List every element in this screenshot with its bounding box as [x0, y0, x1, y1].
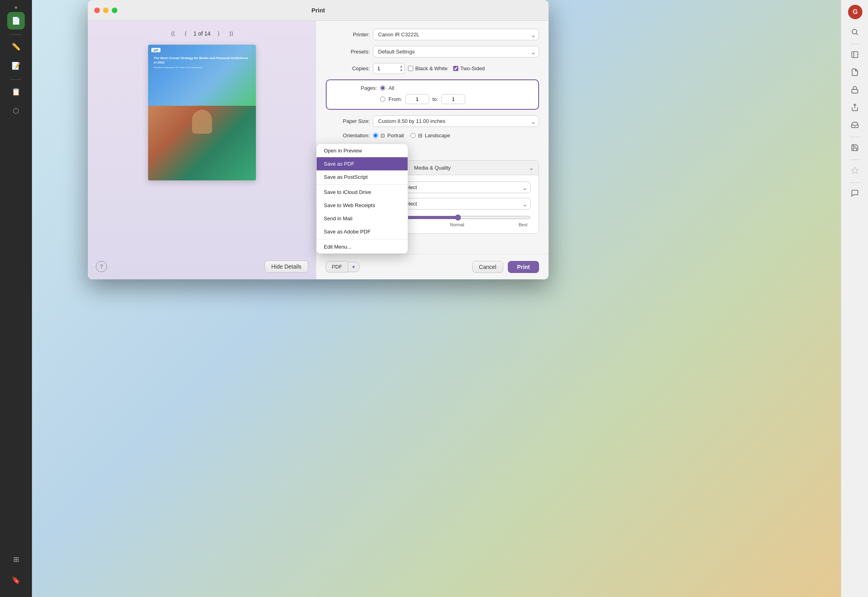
ocr-btn[interactable]	[847, 47, 863, 63]
first-page-button[interactable]: ⟨⟨	[168, 29, 177, 38]
sidebar-divider-1	[10, 34, 22, 35]
sidebar-item-list[interactable]: 📝	[7, 57, 25, 75]
svg-point-0	[852, 29, 857, 34]
pdf-button[interactable]: PDF	[326, 261, 348, 273]
document-preview: pdf The Most Crucial Strategy for Banks …	[148, 45, 256, 180]
page-counter: 1 of 14	[194, 30, 211, 37]
layers-bottom-icon: ⊞	[13, 555, 19, 564]
two-sided-option[interactable]: Two-Sided	[453, 65, 485, 71]
save-as-pdf-item[interactable]: Save as PDF	[317, 157, 408, 170]
svg-rect-2	[852, 52, 858, 58]
prev-page-button[interactable]: ⟨	[182, 29, 189, 38]
right-sidebar-divider-3	[850, 160, 860, 160]
sidebar-item-doc[interactable]: 📄	[7, 12, 25, 30]
print-button[interactable]: Print	[508, 261, 539, 273]
portrait-icon: ⊡	[380, 132, 385, 138]
pages-section: Pages: All From: to:	[326, 79, 539, 110]
copies-input-wrapper: ▲ ▼	[373, 63, 405, 74]
presets-row: Presets: Default Settings ⌄	[326, 46, 539, 57]
portrait-option[interactable]: ⊡ Portrait	[373, 132, 404, 138]
save-adobe-item[interactable]: Save as Adobe PDF	[317, 225, 408, 238]
pages-all-option[interactable]: All	[380, 85, 465, 91]
left-sidebar: 📄 ✏️ 📝 📋 ⬡ ⊞ 🔖	[0, 0, 32, 597]
sidebar-item-layers-bottom[interactable]: ⊞	[7, 551, 25, 568]
black-white-checkbox[interactable]	[408, 66, 413, 71]
doc2-btn[interactable]	[847, 64, 863, 80]
cancel-button[interactable]: Cancel	[472, 261, 503, 273]
presets-select-wrapper: Default Settings ⌄	[373, 46, 539, 57]
printer-select-wrapper: Canon iR C3222L ⌄	[373, 29, 539, 40]
quality-best-label: Best	[519, 222, 527, 227]
chat-btn[interactable]	[847, 185, 863, 201]
copies-label: Copies:	[326, 65, 370, 71]
minimize-button[interactable]	[103, 8, 109, 13]
landscape-icon: ⊟	[418, 132, 422, 138]
right-sidebar-divider-4	[850, 182, 860, 183]
save-web-receipts-item[interactable]: Save to Web Receipts	[317, 199, 408, 212]
dropdown-divider-1	[317, 184, 408, 185]
presets-select[interactable]: Default Settings	[373, 46, 539, 57]
right-sidebar: G	[841, 0, 868, 597]
printer-select[interactable]: Canon iR C3222L	[373, 29, 539, 40]
inbox-btn[interactable]	[847, 117, 863, 133]
orientation-row: Orientation: ⊡ Portrait ⊟ Landscape	[326, 132, 539, 138]
window-titlebar: Print	[88, 0, 549, 21]
sidebar-item-brush[interactable]: ✏️	[7, 38, 25, 55]
black-white-option[interactable]: Black & White	[408, 65, 448, 71]
paper-size-select[interactable]: Custom 8.50 by 11.00 inches	[373, 115, 539, 127]
window-title: Print	[311, 7, 325, 14]
quality-normal-label: Normal	[450, 222, 464, 227]
save-postscript-item[interactable]: Save as PostScript	[317, 170, 408, 184]
sidebar-bottom: ⊞ 🔖	[7, 551, 25, 597]
sidebar-item-bookmark[interactable]: 🔖	[7, 571, 25, 589]
preview-bottom-bar: ? Hide Details	[88, 254, 316, 279]
portrait-radio[interactable]	[373, 133, 378, 138]
two-sided-checkbox[interactable]	[453, 66, 458, 71]
lock-btn[interactable]	[847, 82, 863, 98]
media-expand-icon: ⌄	[529, 164, 534, 172]
preview-logo: pdf	[151, 48, 161, 52]
copies-stepper: ▲ ▼	[398, 65, 404, 73]
landscape-radio[interactable]	[410, 133, 416, 138]
pages-inner: Pages: All From: to:	[333, 85, 532, 104]
copies-decrement[interactable]: ▼	[398, 69, 404, 73]
pages-all-radio[interactable]	[380, 85, 385, 91]
orientation-options: ⊡ Portrait ⊟ Landscape	[373, 132, 450, 138]
preview-header: pdf The Most Crucial Strategy for Banks …	[148, 45, 256, 106]
copies-increment[interactable]: ▲	[398, 65, 404, 69]
orientation-label: Orientation:	[326, 132, 370, 138]
puzzle-btn[interactable]	[847, 162, 863, 178]
pages-to-input[interactable]	[441, 94, 465, 104]
help-button[interactable]: ?	[96, 261, 107, 272]
copies-options: Black & White Two-Sided	[408, 65, 539, 71]
pdf-dropdown-menu: Open in Preview Save as PDF Save as Post…	[316, 144, 408, 254]
pages-range-option: From: to:	[380, 94, 465, 104]
right-sidebar-divider-1	[850, 44, 860, 44]
maximize-button[interactable]	[112, 8, 117, 13]
pages-range-radio[interactable]	[380, 97, 385, 102]
share-btn[interactable]	[847, 99, 863, 115]
send-mail-item[interactable]: Send in Mail	[317, 212, 408, 225]
svg-rect-4	[852, 89, 858, 93]
sidebar-item-stamp[interactable]: 📋	[7, 83, 25, 101]
close-button[interactable]	[94, 8, 100, 13]
save-btn[interactable]	[847, 140, 863, 156]
page-navigation: ⟨⟨ ⟨ 1 of 14 ⟩ ⟩⟩	[168, 29, 236, 38]
landscape-option[interactable]: ⊟ Landscape	[410, 132, 450, 138]
save-icloud-item[interactable]: Save to iCloud Drive	[317, 186, 408, 199]
open-preview-item[interactable]: Open in Preview	[317, 144, 408, 157]
edit-menu-item[interactable]: Edit Menu...	[317, 240, 408, 253]
layers-icon: ⬡	[13, 107, 19, 115]
printer-label: Printer:	[326, 32, 370, 38]
right-sidebar-divider-2	[850, 137, 860, 137]
next-page-button[interactable]: ⟩	[215, 29, 222, 38]
sidebar-item-layers[interactable]: ⬡	[7, 102, 25, 120]
list-icon: 📝	[12, 61, 20, 70]
last-page-button[interactable]: ⟩⟩	[227, 29, 236, 38]
preview-doc-title: The Most Crucial Strategy for Banks and …	[154, 56, 250, 69]
print-dialog: Print ⟨⟨ ⟨ 1 of 14 ⟩ ⟩⟩ pdf The Most Cru…	[88, 0, 549, 279]
pdf-dropdown-button[interactable]: ▼	[348, 262, 359, 272]
hide-details-button[interactable]: Hide Details	[265, 261, 308, 273]
search-sidebar-btn[interactable]	[847, 24, 863, 40]
pages-from-input[interactable]	[405, 94, 429, 104]
